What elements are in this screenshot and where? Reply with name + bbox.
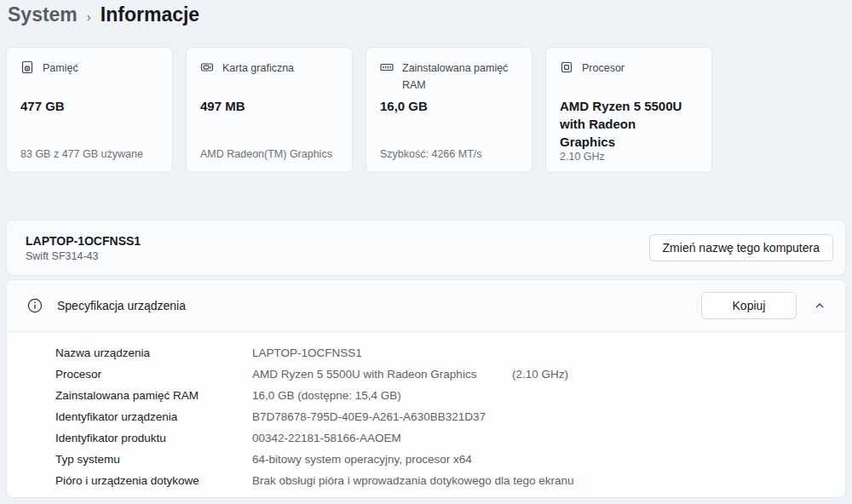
device-spec-title: Specyfikacja urządzenia [57,299,186,312]
device-spec-expander-header[interactable]: Specyfikacja urządzenia Kopiuj [7,280,845,332]
spec-row-installed-ram: Zainstalowana pamięć RAM 16,0 GB (dostęp… [55,389,845,410]
spec-label: Nazwa urządzenia [55,346,252,359]
device-name-panel: LAPTOP-1OCFNSS1 Swift SF314-43 Zmień naz… [6,220,846,276]
gpu-icon [200,60,214,74]
card-gpu: Karta graficzna 497 MB AMD Radeon(TM) Gr… [186,47,353,173]
page-title: Informacje [101,3,199,26]
copy-button[interactable]: Kopiuj [701,292,797,319]
card-gpu-subtitle: AMD Radeon(TM) Graphics [200,148,338,160]
storage-icon [20,60,34,74]
spec-value: Brak obsługi pióra i wprowadzania dotyko… [252,474,573,487]
card-gpu-value: 497 MB [200,97,338,115]
device-spec-list: Nazwa urządzenia LAPTOP-1OCFNSS1 Proceso… [7,332,845,495]
card-storage-subtitle: 83 GB z 477 GB używane [20,148,158,160]
breadcrumb: System › Informacje [8,3,199,26]
device-identity: LAPTOP-1OCFNSS1 Swift SF314-43 [26,234,141,262]
chevron-up-icon[interactable] [808,294,832,318]
spec-label: Procesor [55,368,252,381]
spec-row-device-name: Nazwa urządzenia LAPTOP-1OCFNSS1 [55,346,845,368]
card-cpu-subtitle: 2.10 GHz [560,151,698,163]
spec-value: 16,0 GB (dostępne: 15,4 GB) [252,389,401,402]
spec-value: 64-bitowy system operacyjny, procesor x6… [252,453,472,466]
card-cpu-value: AMD Ryzen 5 5500U with Radeon Graphics [560,97,694,151]
card-storage-label: Pamięć [43,60,78,77]
ram-icon [380,60,394,74]
rename-computer-button[interactable]: Zmień nazwę tego komputera [649,234,833,261]
spec-row-pen-touch: Pióro i urządzenia dotykowe Brak obsługi… [55,474,845,495]
spec-row-product-id: Identyfikator produktu 00342-22181-58166… [55,432,845,453]
card-cpu: Procesor AMD Ryzen 5 5500U with Radeon G… [545,47,712,173]
spec-value: B7D78678-795D-40E9-A261-A630BB321D37 [252,410,486,423]
spec-label: Identyfikator produktu [55,432,252,444]
card-ram-value: 16,0 GB [380,97,518,115]
card-gpu-label: Karta graficzna [222,60,294,77]
spec-value-extra: (2.10 GHz) [512,368,568,381]
summary-cards: Pamięć 477 GB 83 GB z 477 GB używane Kar… [6,47,712,173]
device-spec-panel: Specyfikacja urządzenia Kopiuj Nazwa urz… [6,279,846,498]
spec-label: Zainstalowana pamięć RAM [55,389,252,402]
device-name: LAPTOP-1OCFNSS1 [26,234,141,248]
breadcrumb-system[interactable]: System [8,3,78,26]
card-storage: Pamięć 477 GB 83 GB z 477 GB używane [6,47,173,173]
breadcrumb-separator-icon: › [87,9,91,24]
spec-label: Pióro i urządzenia dotykowe [55,474,252,487]
spec-label: Identyfikator urządzenia [55,410,252,423]
spec-label: Typ systemu [55,453,252,466]
card-ram-subtitle: Szybkość: 4266 MT/s [380,148,518,160]
cpu-icon [560,60,573,74]
card-ram: Zainstalowana pamięć RAM 16,0 GB Szybkoś… [366,47,532,173]
card-cpu-label: Procesor [582,60,625,77]
card-storage-value: 477 GB [20,97,158,115]
spec-value: AMD Ryzen 5 5500U with Radeon Graphics [252,368,476,381]
device-model: Swift SF314-43 [26,250,141,262]
info-icon [27,298,43,313]
spec-row-system-type: Typ systemu 64-bitowy system operacyjny,… [55,453,845,474]
spec-value: 00342-22181-58166-AAOEM [252,432,401,444]
card-ram-label: Zainstalowana pamięć RAM [402,60,518,94]
spec-value: LAPTOP-1OCFNSS1 [252,346,362,359]
spec-row-device-id: Identyfikator urządzenia B7D78678-795D-4… [55,410,845,432]
spec-row-processor: Procesor AMD Ryzen 5 5500U with Radeon G… [55,368,845,389]
